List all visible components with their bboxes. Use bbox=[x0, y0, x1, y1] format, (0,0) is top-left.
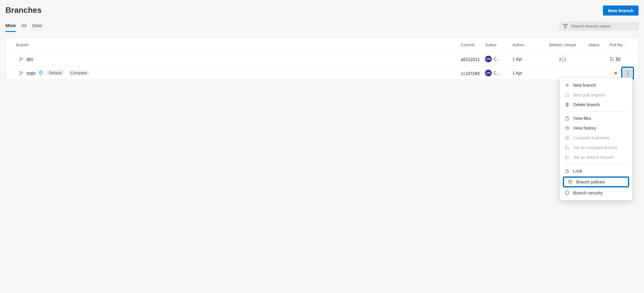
behind-ahead: 3 1 bbox=[559, 55, 566, 63]
policy-badge-icon bbox=[39, 71, 43, 75]
svg-point-3 bbox=[610, 57, 611, 58]
search-input[interactable] bbox=[570, 23, 635, 29]
col-status: Status bbox=[588, 43, 610, 47]
tab-stale[interactable]: Stale bbox=[32, 20, 42, 32]
svg-point-4 bbox=[610, 60, 611, 61]
table-row[interactable]: main Default Compare cc10fb8d CR C... 1 … bbox=[6, 66, 638, 80]
branch-icon bbox=[19, 57, 23, 61]
table-row[interactable]: dev a6552031 CR C... 1 Apr 3 1 89 bbox=[6, 52, 638, 66]
avatar: CR bbox=[485, 70, 492, 76]
more-actions-button[interactable] bbox=[623, 68, 632, 78]
ahead-count[interactable]: 1 bbox=[564, 57, 566, 61]
svg-point-2 bbox=[22, 58, 23, 58]
col-commit: Commit bbox=[461, 43, 485, 47]
svg-point-0 bbox=[20, 57, 21, 58]
branches-table: Branch Commit Author Author... Behind | … bbox=[5, 37, 639, 80]
author-name: C... bbox=[494, 71, 500, 75]
svg-point-9 bbox=[40, 72, 41, 73]
col-author-date: Author... bbox=[512, 43, 537, 47]
branch-context-menu: New branch New pull request Delete branc… bbox=[560, 78, 632, 80]
avatar: CR bbox=[485, 56, 492, 62]
svg-point-1 bbox=[20, 60, 21, 61]
author-name: C... bbox=[494, 57, 500, 61]
behind-ahead-separator bbox=[563, 55, 563, 63]
svg-point-6 bbox=[20, 71, 21, 72]
svg-point-7 bbox=[20, 74, 21, 75]
svg-point-12 bbox=[627, 74, 628, 75]
tab-mine[interactable]: Mine bbox=[5, 20, 16, 32]
behind-count[interactable]: 3 bbox=[559, 57, 561, 61]
author-date: 1 Apr bbox=[512, 57, 537, 61]
svg-point-11 bbox=[627, 72, 628, 73]
col-pull-request: Pull Re... bbox=[610, 43, 634, 47]
col-branch: Branch bbox=[10, 43, 461, 47]
branches-page: Branches New branch Mine All Stale Branc… bbox=[0, 0, 644, 80]
col-behind-ahead: Behind | Ahead bbox=[537, 43, 588, 47]
toolbar: Mine All Stale bbox=[5, 20, 639, 32]
branch-name-link[interactable]: main bbox=[26, 71, 36, 75]
branch-name-link[interactable]: dev bbox=[26, 57, 33, 61]
pull-request-icon bbox=[610, 57, 614, 61]
search-box[interactable] bbox=[560, 22, 639, 30]
new-branch-button[interactable]: New branch bbox=[603, 5, 639, 16]
page-title: Branches bbox=[5, 5, 42, 15]
pull-request-link[interactable]: 89 bbox=[616, 57, 621, 61]
page-header: Branches New branch bbox=[5, 5, 639, 18]
tabs: Mine All Stale bbox=[5, 20, 42, 32]
branch-icon bbox=[19, 71, 23, 75]
tab-all[interactable]: All bbox=[21, 20, 26, 32]
table-header: Branch Commit Author Author... Behind | … bbox=[6, 38, 638, 52]
tag-compare: Compare bbox=[68, 70, 90, 76]
author-date: 1 Apr bbox=[512, 71, 537, 75]
svg-point-8 bbox=[22, 72, 23, 72]
filter-icon bbox=[563, 24, 568, 29]
commit-link[interactable]: cc10fb8d bbox=[461, 71, 480, 75]
col-author: Author bbox=[485, 43, 512, 47]
svg-point-5 bbox=[612, 60, 613, 61]
more-vertical-icon bbox=[627, 71, 628, 75]
tag-default: Default bbox=[46, 70, 64, 76]
svg-point-10 bbox=[627, 71, 628, 72]
commit-link[interactable]: a6552031 bbox=[461, 57, 480, 61]
favorite-star-icon[interactable]: ★ bbox=[613, 70, 618, 76]
